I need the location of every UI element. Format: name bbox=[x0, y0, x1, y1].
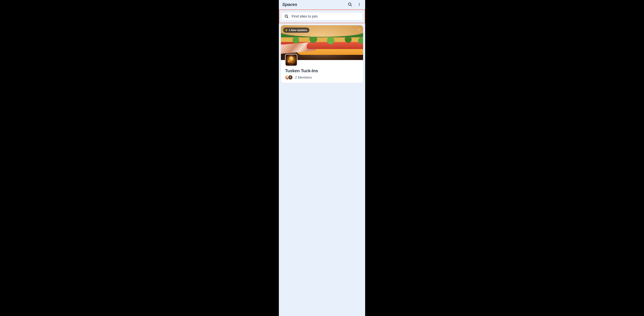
more-vertical-icon bbox=[358, 2, 361, 6]
space-avatar bbox=[285, 54, 298, 66]
svg-point-2 bbox=[359, 3, 360, 4]
page-title: Spaces bbox=[282, 2, 297, 7]
svg-point-8 bbox=[358, 29, 359, 30]
svg-point-4 bbox=[359, 5, 360, 6]
updates-badge-label: 1 New Updates bbox=[289, 29, 307, 32]
more-vertical-icon bbox=[357, 28, 360, 31]
svg-line-1 bbox=[351, 5, 352, 6]
space-cover-image: ⚡ 1 New Updates bbox=[281, 25, 363, 60]
updates-badge[interactable]: ⚡ 1 New Updates bbox=[283, 28, 310, 33]
lightning-icon: ⚡ bbox=[285, 28, 288, 32]
card-overflow-button[interactable] bbox=[357, 28, 360, 32]
header-search-button[interactable] bbox=[347, 2, 352, 7]
search-highlight-annotation: Find sites to join bbox=[279, 10, 365, 23]
search-icon bbox=[284, 14, 288, 18]
members-count-label: 2 Members bbox=[295, 76, 312, 80]
header-actions bbox=[347, 2, 362, 7]
svg-point-3 bbox=[359, 4, 360, 5]
space-card[interactable]: ⚡ 1 New Updates Tusken Tuck-Ins S 2 Memb… bbox=[281, 25, 363, 83]
svg-line-6 bbox=[287, 17, 288, 18]
member-avatar: S bbox=[288, 75, 293, 80]
header-overflow-button[interactable] bbox=[357, 2, 362, 7]
svg-point-7 bbox=[358, 28, 359, 29]
space-title: Tusken Tuck-Ins bbox=[285, 68, 359, 73]
header-bar: Spaces bbox=[279, 0, 365, 9]
search-input[interactable]: Find sites to join bbox=[282, 12, 362, 20]
search-icon bbox=[348, 2, 352, 6]
member-avatars: S bbox=[285, 75, 293, 80]
search-placeholder: Find sites to join bbox=[292, 14, 318, 18]
svg-point-9 bbox=[358, 30, 359, 31]
members-row: S 2 Members bbox=[285, 75, 359, 80]
app-screen: Spaces Find sites to join bbox=[279, 0, 365, 316]
